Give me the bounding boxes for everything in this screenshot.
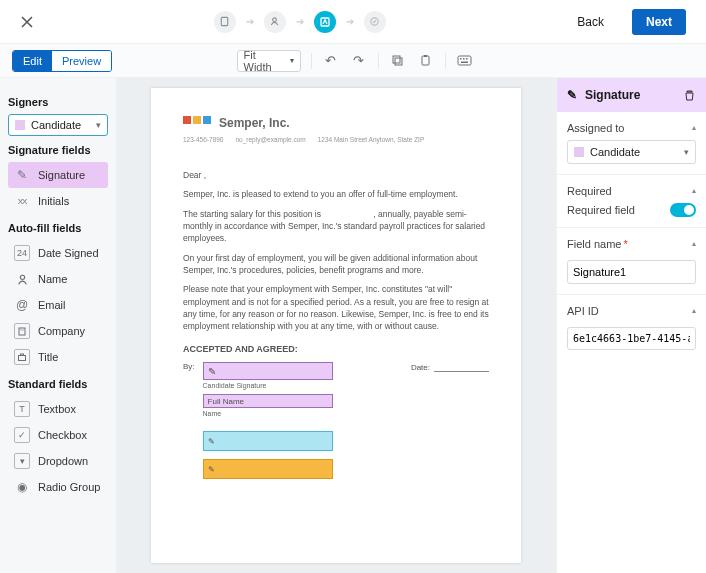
doc-date-label: Date:	[411, 363, 430, 372]
required-toggle[interactable]	[670, 203, 696, 217]
document-page: Semper, Inc. 123-456-7890 no_reply@examp…	[151, 88, 521, 563]
svg-rect-11	[466, 58, 468, 60]
chevron-up-icon: ▾	[692, 307, 696, 316]
placed-signature-field[interactable]: ✎	[203, 362, 333, 380]
field-label: Company	[38, 325, 85, 337]
svg-rect-15	[21, 330, 22, 331]
api-id-input[interactable]	[567, 327, 696, 350]
back-button[interactable]: Back	[563, 9, 618, 35]
field-company[interactable]: Company	[8, 318, 108, 344]
pen-icon: ✎	[208, 465, 215, 474]
keyboard-icon[interactable]	[456, 52, 474, 70]
chevron-up-icon: ▾	[692, 187, 696, 196]
at-icon: @	[14, 297, 30, 313]
field-name[interactable]: Name	[8, 266, 108, 292]
delete-icon[interactable]	[683, 89, 696, 102]
autofill-heading: Auto-fill fields	[8, 222, 108, 234]
placed-field-orange[interactable]: ✎	[203, 459, 333, 479]
field-signature[interactable]: ✎ Signature	[8, 162, 108, 188]
svg-rect-16	[23, 330, 24, 331]
next-button[interactable]: Next	[632, 9, 686, 35]
radio-icon: ◉	[14, 479, 30, 495]
textbox-icon: T	[14, 401, 30, 417]
field-label: Radio Group	[38, 481, 100, 493]
assignee-select[interactable]: Candidate ▾	[567, 140, 696, 164]
step-review-icon	[364, 11, 386, 33]
chevron-up-icon: ▾	[692, 240, 696, 249]
signers-heading: Signers	[8, 96, 108, 108]
doc-accepted-heading: ACCEPTED AND AGREED:	[183, 344, 489, 354]
signer-swatch	[15, 120, 25, 130]
doc-name-value: Full Name	[208, 397, 244, 406]
doc-paragraph: On your first day of employment, you wil…	[183, 252, 489, 277]
svg-rect-5	[395, 58, 402, 65]
doc-date-line	[434, 362, 489, 372]
required-heading: Required▾	[567, 185, 696, 197]
field-initials[interactable]: XX Initials	[8, 188, 108, 214]
assigned-to-label: Assigned to▾	[567, 122, 696, 134]
toolbar: Edit Preview Fit Width ▾ ↶ ↷	[0, 44, 706, 78]
svg-rect-18	[21, 354, 24, 356]
svg-rect-17	[19, 356, 26, 361]
calendar-icon: 24	[14, 245, 30, 261]
field-name-label: Field name* ▾	[567, 238, 696, 250]
field-label: Textbox	[38, 403, 76, 415]
svg-rect-14	[19, 328, 25, 335]
svg-rect-12	[461, 62, 468, 64]
building-icon	[14, 323, 30, 339]
tab-edit[interactable]: Edit	[13, 51, 52, 71]
field-email[interactable]: @ Email	[8, 292, 108, 318]
field-label: Signature	[38, 169, 85, 181]
zoom-select[interactable]: Fit Width ▾	[237, 50, 301, 72]
field-checkbox[interactable]: ✓ Checkbox	[8, 422, 108, 448]
chevron-right-icon: ➔	[296, 16, 304, 27]
pen-icon: ✎	[14, 167, 30, 183]
placed-name-field[interactable]: Full Name	[203, 394, 333, 408]
field-label: Title	[38, 351, 58, 363]
field-name-input[interactable]	[567, 260, 696, 284]
required-label: Required field	[567, 204, 635, 216]
svg-rect-10	[463, 58, 465, 60]
svg-rect-0	[221, 17, 227, 25]
fields-sidebar: Signers Candidate ▾ Signature fields ✎ S…	[0, 78, 116, 573]
svg-rect-6	[422, 56, 429, 65]
redo-icon[interactable]: ↷	[350, 52, 368, 70]
doc-paragraph: The starting salary for this position is…	[183, 208, 489, 245]
chevron-down-icon: ▾	[684, 147, 689, 157]
doc-meta: 123-456-7890 no_reply@example.com 1234 M…	[183, 136, 489, 143]
standard-fields-heading: Standard fields	[8, 378, 108, 390]
undo-icon[interactable]: ↶	[322, 52, 340, 70]
chevron-down-icon: ▾	[290, 56, 294, 65]
svg-rect-8	[458, 56, 471, 65]
placed-field-blue[interactable]: ✎	[203, 431, 333, 451]
copy-icon[interactable]	[389, 52, 407, 70]
signature-fields-heading: Signature fields	[8, 144, 108, 156]
document-canvas[interactable]: Semper, Inc. 123-456-7890 no_reply@examp…	[116, 78, 556, 573]
svg-rect-9	[460, 58, 462, 60]
field-label: Dropdown	[38, 455, 88, 467]
pen-icon: ✎	[208, 366, 216, 377]
doc-company: Semper, Inc.	[219, 116, 290, 130]
svg-point-13	[20, 275, 24, 279]
step-fields-icon	[314, 11, 336, 33]
chevron-up-icon: ▾	[692, 124, 696, 133]
assignee-label: Candidate	[590, 146, 640, 158]
doc-paragraph: Semper, Inc. is pleased to extend to you…	[183, 188, 489, 200]
field-radio-group[interactable]: ◉ Radio Group	[8, 474, 108, 500]
clipboard-icon[interactable]	[417, 52, 435, 70]
field-label: Date Signed	[38, 247, 99, 259]
field-textbox[interactable]: T Textbox	[8, 396, 108, 422]
logo-icon	[183, 116, 211, 124]
properties-panel: ✎ Signature Assigned to▾ Candidate ▾ Req…	[556, 78, 706, 573]
signer-swatch	[574, 147, 584, 157]
person-icon	[14, 271, 30, 287]
pen-icon: ✎	[567, 88, 577, 102]
svg-rect-4	[393, 56, 400, 63]
signer-select[interactable]: Candidate ▾	[8, 114, 108, 136]
field-dropdown[interactable]: ▾ Dropdown	[8, 448, 108, 474]
tab-preview[interactable]: Preview	[52, 51, 111, 71]
field-date-signed[interactable]: 24 Date Signed	[8, 240, 108, 266]
close-icon[interactable]	[20, 15, 36, 29]
field-title[interactable]: Title	[8, 344, 108, 370]
field-label: Email	[38, 299, 66, 311]
